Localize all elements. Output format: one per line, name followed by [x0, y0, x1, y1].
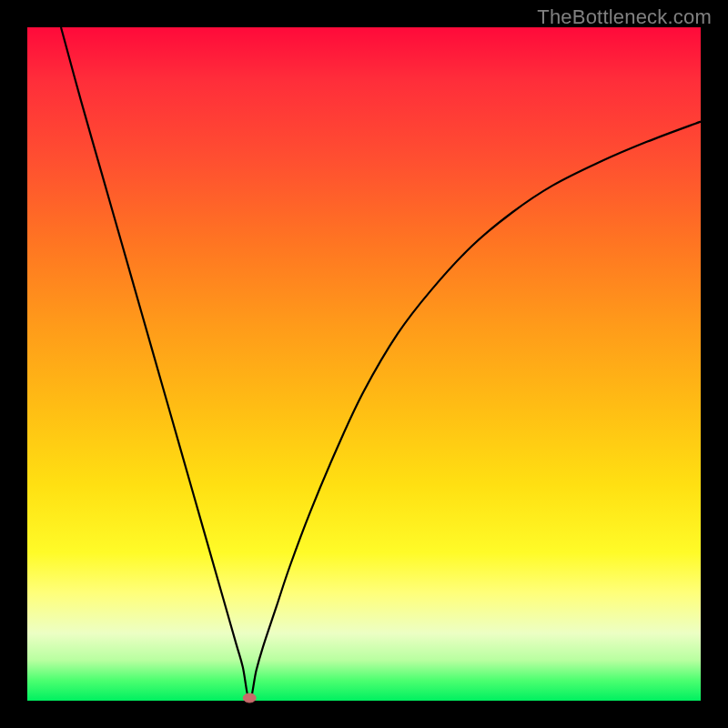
watermark-text: TheBottleneck.com — [537, 5, 712, 29]
chart-svg — [27, 27, 701, 701]
minimum-marker — [243, 693, 256, 703]
bottleneck-curve — [61, 27, 701, 701]
chart-plot-area — [27, 27, 701, 701]
